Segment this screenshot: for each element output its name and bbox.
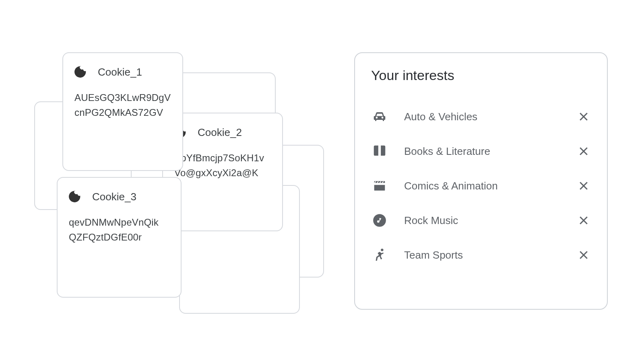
interest-row-sports: Team Sports <box>371 238 591 272</box>
book-icon <box>371 143 388 160</box>
cookie-value: qevDNMwNpeVnQikQZFQztDGfE00r <box>69 215 169 245</box>
remove-interest-button[interactable] <box>576 144 591 158</box>
cookie-card-3: Cookie_3 qevDNMwNpeVnQikQZFQztDGfE00r <box>57 177 182 298</box>
cookie-title: Cookie_1 <box>98 66 142 78</box>
interest-label: Books & Literature <box>404 145 560 158</box>
cookie-title: Cookie_2 <box>198 126 242 139</box>
cookie-card-1: Cookie_1 AUEsGQ3KLwR9DgVcnPG2QMkAS72GV <box>62 52 183 171</box>
svg-point-9 <box>381 249 383 251</box>
remove-interest-button[interactable] <box>576 109 591 124</box>
sport-icon <box>371 247 388 263</box>
interests-panel: Your interests Auto & Vehicles Books & L… <box>354 52 608 310</box>
cookie-value: SbYfBmcjp7SoKH1vVo@gxXcyXi2a@K <box>174 150 271 180</box>
car-icon <box>371 108 388 125</box>
cookie-title: Cookie_3 <box>92 191 136 203</box>
interest-row-comics: Comics & Animation <box>371 169 591 203</box>
music-icon <box>371 212 388 229</box>
remove-interest-button[interactable] <box>576 213 591 228</box>
interest-row-music: Rock Music <box>371 203 591 238</box>
cookies-stack: Cookie_1 AUEsGQ3KLwR9DgVcnPG2QMkAS72GV C… <box>34 52 316 310</box>
interests-heading: Your interests <box>371 68 591 83</box>
interest-row-auto: Auto & Vehicles <box>371 99 591 134</box>
interest-label: Auto & Vehicles <box>404 111 560 123</box>
interest-label: Team Sports <box>404 249 560 261</box>
interest-label: Comics & Animation <box>404 180 560 192</box>
cookie-icon <box>74 65 88 79</box>
remove-interest-button[interactable] <box>576 248 591 262</box>
interest-row-books: Books & Literature <box>371 134 591 169</box>
remove-interest-button[interactable] <box>576 179 591 193</box>
film-icon <box>371 177 388 194</box>
interest-label: Rock Music <box>404 214 560 227</box>
cookie-icon <box>69 190 83 204</box>
cookie-value: AUEsGQ3KLwR9DgVcnPG2QMkAS72GV <box>74 90 171 120</box>
